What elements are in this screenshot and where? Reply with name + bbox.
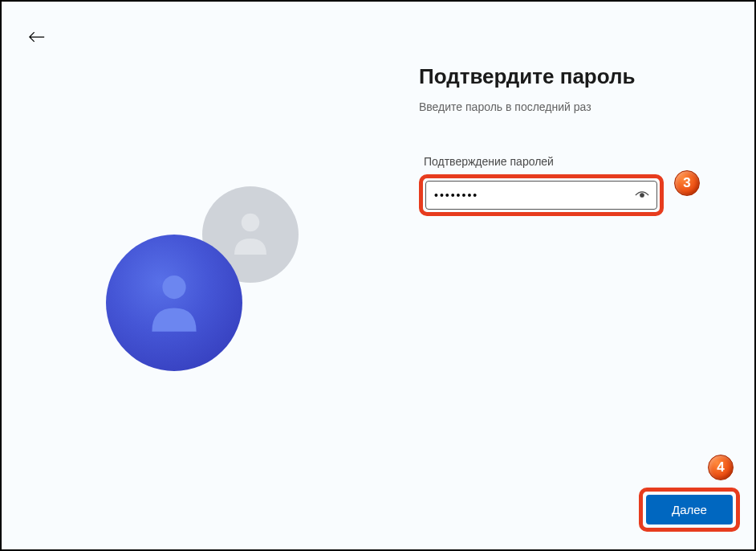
annotation-highlight-input — [419, 174, 664, 216]
svg-point-2 — [640, 194, 644, 198]
password-reveal-button[interactable] — [632, 185, 652, 206]
back-button[interactable] — [24, 24, 50, 50]
avatar-illustration — [106, 186, 299, 379]
next-button[interactable]: Далее — [646, 495, 733, 524]
password-field-wrapper — [425, 181, 657, 210]
person-icon — [146, 271, 202, 334]
avatar-primary — [106, 235, 242, 371]
annotation-badge-4: 4 — [708, 455, 734, 480]
page-title: Подтвердите пароль — [419, 64, 708, 89]
svg-point-1 — [162, 276, 185, 299]
svg-point-0 — [242, 214, 260, 232]
annotation-badge-3: 3 — [674, 170, 700, 196]
password-input[interactable] — [425, 181, 657, 210]
password-label: Подтверждение паролей — [419, 155, 708, 168]
annotation-highlight-next: Далее — [639, 488, 740, 532]
arrow-left-icon — [29, 31, 45, 43]
person-icon — [228, 210, 273, 259]
eye-icon — [635, 190, 649, 201]
page-subtitle: Введите пароль в последний раз — [419, 100, 708, 113]
form-content: Подтвердите пароль Введите пароль в посл… — [419, 64, 708, 216]
